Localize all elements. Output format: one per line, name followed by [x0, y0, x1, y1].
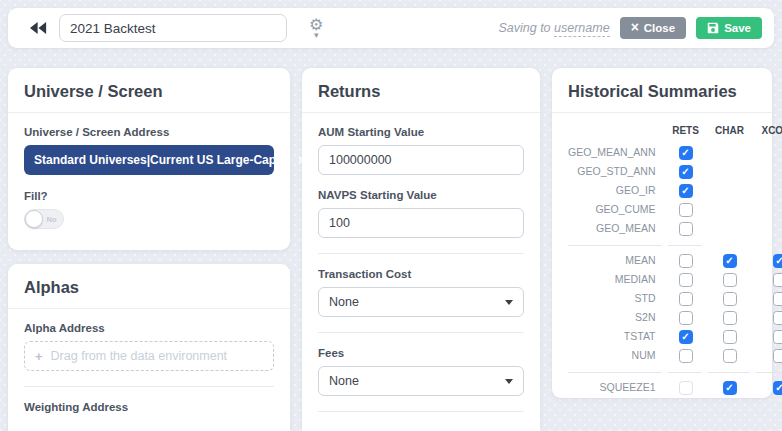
cell-geo-cume-xcorr	[756, 200, 782, 219]
row-label-geo-std-ann: GEO_STD_ANN	[568, 162, 664, 181]
cell-median-rets	[668, 270, 704, 289]
row-label-mean: MEAN	[568, 251, 664, 270]
cell-squeeze1-rets	[668, 378, 704, 397]
panel-body: Universe / Screen Address Standard Unive…	[8, 113, 290, 245]
divider-segment	[756, 365, 782, 378]
row-label-geo-mean: GEO_MEAN	[568, 219, 664, 238]
row-label-geo-mean-ann: GEO_MEAN_ANN	[568, 143, 664, 162]
alphas-panel: Alphas Alpha Address Drag from the data …	[8, 264, 290, 431]
divider	[318, 411, 524, 412]
column-header-rets: RETS	[668, 123, 704, 143]
cell-std-rets	[668, 289, 704, 308]
saving-status-prefix: Saving to	[498, 21, 554, 35]
checkbox-geo-mean-ann-rets[interactable]	[679, 146, 693, 160]
fees-label: Fees	[318, 347, 524, 359]
backtest-title-input[interactable]	[59, 14, 287, 42]
checkbox-num-rets[interactable]	[679, 349, 693, 363]
returns-panel-title: Returns	[318, 82, 524, 101]
column-header-xcorr: XCORR	[756, 123, 782, 143]
alphas-panel-title: Alphas	[24, 278, 274, 297]
close-button[interactable]: Close	[620, 17, 687, 39]
cell-num-rets	[668, 346, 704, 365]
cell-geo-std-ann-char	[708, 162, 752, 181]
cell-mean-rets	[668, 251, 704, 270]
checkbox-geo-mean-rets[interactable]	[679, 222, 693, 236]
divider-segment	[568, 238, 664, 251]
checkbox-tstat-rets[interactable]	[679, 330, 693, 344]
cell-geo-mean-rets	[668, 219, 704, 238]
panel-body: Alpha Address Drag from the data environ…	[8, 309, 290, 429]
plus-icon	[35, 349, 43, 364]
universe-chip: Standard Universes|Current US Large-Cap	[24, 145, 274, 175]
checkbox-squeeze1-char[interactable]	[723, 381, 737, 395]
cell-median-char	[708, 270, 752, 289]
checkbox-mean-xcorr[interactable]	[773, 254, 782, 268]
row-label-median: MEDIAN	[568, 270, 664, 289]
save-button-label: Save	[724, 22, 751, 34]
summaries-panel-title: Historical Summaries	[568, 82, 756, 101]
saving-status: Saving to username	[498, 21, 609, 35]
divider-segment	[708, 365, 752, 378]
panel-header: Historical Summaries	[552, 68, 772, 113]
cell-geo-ir-char	[708, 181, 752, 200]
cell-s2n-xcorr	[756, 308, 782, 327]
checkbox-mean-char[interactable]	[723, 254, 737, 268]
checkbox-squeeze1-xcorr[interactable]	[773, 381, 782, 395]
checkbox-squeeze1-rets[interactable]	[679, 381, 693, 395]
checkbox-mean-rets[interactable]	[679, 254, 693, 268]
cell-geo-cume-char	[708, 200, 752, 219]
divider	[318, 253, 524, 254]
close-icon	[631, 22, 639, 34]
divider-segment	[568, 365, 664, 378]
row-label-tstat: TSTAT	[568, 327, 664, 346]
cell-squeeze1-xcorr	[756, 378, 782, 397]
panel-header: Alphas	[8, 264, 290, 309]
settings-menu-button[interactable]	[309, 17, 323, 39]
checkbox-std-rets[interactable]	[679, 292, 693, 306]
select-value: None	[329, 295, 359, 309]
divider	[318, 332, 524, 333]
checkbox-median-xcorr[interactable]	[773, 273, 782, 287]
universe-panel-title: Universe / Screen	[24, 82, 274, 101]
checkbox-geo-ir-rets[interactable]	[679, 184, 693, 198]
transaction-cost-label: Transaction Cost	[318, 268, 524, 280]
checkbox-num-char[interactable]	[723, 349, 737, 363]
alpha-address-dropzone[interactable]: Drag from the data environment	[24, 341, 274, 371]
checkbox-s2n-xcorr[interactable]	[773, 311, 782, 325]
checkbox-geo-std-ann-rets[interactable]	[679, 165, 693, 179]
cell-geo-mean-ann-xcorr	[756, 143, 782, 162]
checkbox-tstat-xcorr[interactable]	[773, 330, 782, 344]
navps-starting-value-input[interactable]	[318, 208, 524, 238]
row-label-squeeze1: SQUEEZE1	[568, 378, 664, 397]
checkbox-median-rets[interactable]	[679, 273, 693, 287]
universe-address-label: Universe / Screen Address	[24, 126, 274, 138]
checkbox-std-xcorr[interactable]	[773, 292, 782, 306]
chevron-down-icon	[505, 379, 513, 384]
row-label-geo-ir: GEO_IR	[568, 181, 664, 200]
cell-tstat-rets	[668, 327, 704, 346]
returns-panel: Returns AUM Starting ValueNAVPS Starting…	[302, 68, 540, 431]
fees-select[interactable]: None	[318, 366, 524, 396]
aum-starting-value-input[interactable]	[318, 145, 524, 175]
rewind-back-button[interactable]	[26, 20, 51, 36]
dropzone-placeholder: Drag from the data environment	[51, 349, 227, 363]
save-button[interactable]: Save	[696, 17, 762, 39]
cell-num-xcorr	[756, 346, 782, 365]
checkbox-num-xcorr[interactable]	[773, 349, 782, 363]
saving-target-username[interactable]: username	[554, 21, 610, 37]
checkbox-median-char[interactable]	[723, 273, 737, 287]
save-icon	[707, 22, 719, 34]
cell-geo-std-ann-rets	[668, 162, 704, 181]
fill-toggle[interactable]: No	[24, 209, 64, 229]
checkbox-s2n-char[interactable]	[723, 311, 737, 325]
field-fees: FeesNone	[318, 347, 524, 396]
checkbox-s2n-rets[interactable]	[679, 311, 693, 325]
field-transaction-cost: Transaction CostNone	[318, 268, 524, 317]
checkbox-std-char[interactable]	[723, 292, 737, 306]
checkbox-geo-cume-rets[interactable]	[679, 203, 693, 217]
checkbox-tstat-char[interactable]	[723, 330, 737, 344]
divider-segment	[668, 238, 704, 251]
cell-geo-mean-ann-rets	[668, 143, 704, 162]
historical-summaries-panel: Historical Summaries RETSCHARXCORRGEO_ME…	[552, 68, 772, 398]
transaction-cost-select[interactable]: None	[318, 287, 524, 317]
